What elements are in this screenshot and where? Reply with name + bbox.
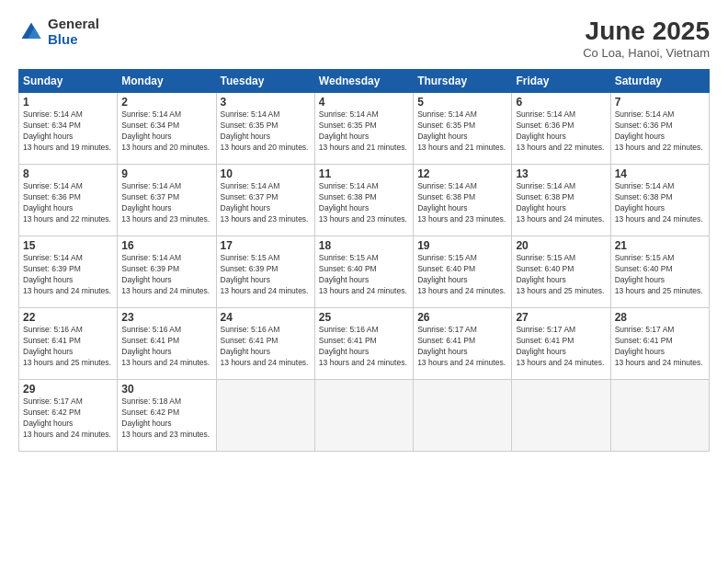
calendar-cell: 17Sunrise: 5:15 AMSunset: 6:39 PMDayligh… <box>216 236 314 308</box>
col-header-monday: Monday <box>118 70 216 93</box>
calendar-cell: 7Sunrise: 5:14 AMSunset: 6:36 PMDaylight… <box>610 93 709 165</box>
logo: General Blue <box>18 17 99 47</box>
page: General Blue June 2025 Co Loa, Hanoi, Vi… <box>0 0 728 563</box>
day-info: Sunrise: 5:14 AMSunset: 6:38 PMDaylight … <box>319 181 409 225</box>
day-info: Sunrise: 5:14 AMSunset: 6:38 PMDaylight … <box>516 181 606 225</box>
logo-icon <box>18 19 44 45</box>
day-info: Sunrise: 5:14 AMSunset: 6:35 PMDaylight … <box>221 109 311 154</box>
week-row-2: 8Sunrise: 5:14 AMSunset: 6:36 PMDaylight… <box>19 165 710 236</box>
day-number: 20 <box>516 239 606 252</box>
calendar-cell: 13Sunrise: 5:14 AMSunset: 6:38 PMDayligh… <box>512 165 610 236</box>
calendar-cell: 22Sunrise: 5:16 AMSunset: 6:41 PMDayligh… <box>19 308 118 380</box>
day-number: 17 <box>221 239 311 252</box>
day-info: Sunrise: 5:14 AMSunset: 6:34 PMDaylight … <box>23 109 113 154</box>
day-number: 30 <box>121 383 211 396</box>
day-number: 25 <box>319 311 409 324</box>
day-number: 13 <box>516 167 606 180</box>
calendar-cell: 16Sunrise: 5:14 AMSunset: 6:39 PMDayligh… <box>118 236 216 308</box>
day-number: 23 <box>121 311 211 324</box>
day-info: Sunrise: 5:15 AMSunset: 6:40 PMDaylight … <box>615 253 705 297</box>
day-number: 18 <box>319 239 409 252</box>
day-info: Sunrise: 5:16 AMSunset: 6:41 PMDaylight … <box>221 325 311 369</box>
day-info: Sunrise: 5:14 AMSunset: 6:37 PMDaylight … <box>221 181 311 225</box>
day-info: Sunrise: 5:18 AMSunset: 6:42 PMDaylight … <box>121 396 211 441</box>
day-number: 5 <box>417 96 507 109</box>
calendar-title: June 2025 <box>583 17 710 46</box>
day-number: 19 <box>417 239 507 252</box>
day-number: 6 <box>516 96 606 109</box>
calendar-cell: 23Sunrise: 5:16 AMSunset: 6:41 PMDayligh… <box>118 308 216 380</box>
day-info: Sunrise: 5:16 AMSunset: 6:41 PMDaylight … <box>23 325 113 369</box>
calendar-cell: 8Sunrise: 5:14 AMSunset: 6:36 PMDaylight… <box>19 165 118 236</box>
week-row-4: 22Sunrise: 5:16 AMSunset: 6:41 PMDayligh… <box>19 308 710 380</box>
calendar-cell <box>414 380 512 452</box>
day-info: Sunrise: 5:16 AMSunset: 6:41 PMDaylight … <box>319 325 409 369</box>
calendar-cell <box>314 380 413 452</box>
day-number: 3 <box>221 96 311 109</box>
day-number: 24 <box>221 311 311 324</box>
calendar-cell <box>512 380 610 452</box>
col-header-sunday: Sunday <box>19 70 118 93</box>
week-row-5: 29Sunrise: 5:17 AMSunset: 6:42 PMDayligh… <box>19 380 710 452</box>
day-info: Sunrise: 5:14 AMSunset: 6:36 PMDaylight … <box>23 181 113 225</box>
logo-general: General <box>48 17 99 32</box>
calendar-cell: 4Sunrise: 5:14 AMSunset: 6:35 PMDaylight… <box>314 93 413 165</box>
calendar-cell <box>216 380 314 452</box>
calendar-cell: 3Sunrise: 5:14 AMSunset: 6:35 PMDaylight… <box>216 93 314 165</box>
day-number: 4 <box>319 96 409 109</box>
calendar-cell: 6Sunrise: 5:14 AMSunset: 6:36 PMDaylight… <box>512 93 610 165</box>
day-info: Sunrise: 5:14 AMSunset: 6:35 PMDaylight … <box>417 109 507 154</box>
week-row-3: 15Sunrise: 5:14 AMSunset: 6:39 PMDayligh… <box>19 236 710 308</box>
day-info: Sunrise: 5:14 AMSunset: 6:36 PMDaylight … <box>615 109 705 154</box>
day-number: 29 <box>23 383 113 396</box>
col-header-thursday: Thursday <box>414 70 512 93</box>
day-number: 11 <box>319 167 409 180</box>
logo-blue: Blue <box>48 32 99 48</box>
calendar-cell: 19Sunrise: 5:15 AMSunset: 6:40 PMDayligh… <box>414 236 512 308</box>
calendar-cell: 10Sunrise: 5:14 AMSunset: 6:37 PMDayligh… <box>216 165 314 236</box>
week-row-1: 1Sunrise: 5:14 AMSunset: 6:34 PMDaylight… <box>19 93 710 165</box>
calendar-cell: 14Sunrise: 5:14 AMSunset: 6:38 PMDayligh… <box>610 165 709 236</box>
calendar-cell: 30Sunrise: 5:18 AMSunset: 6:42 PMDayligh… <box>118 380 216 452</box>
col-header-tuesday: Tuesday <box>216 70 314 93</box>
day-info: Sunrise: 5:14 AMSunset: 6:36 PMDaylight … <box>516 109 606 154</box>
calendar-cell: 15Sunrise: 5:14 AMSunset: 6:39 PMDayligh… <box>19 236 118 308</box>
day-number: 27 <box>516 311 606 324</box>
calendar-cell: 20Sunrise: 5:15 AMSunset: 6:40 PMDayligh… <box>512 236 610 308</box>
title-block: June 2025 Co Loa, Hanoi, Vietnam <box>583 17 710 60</box>
day-number: 21 <box>615 239 705 252</box>
day-number: 10 <box>221 167 311 180</box>
day-number: 1 <box>23 96 113 109</box>
day-number: 9 <box>121 167 211 180</box>
col-header-friday: Friday <box>512 70 610 93</box>
day-info: Sunrise: 5:17 AMSunset: 6:41 PMDaylight … <box>516 325 606 369</box>
day-info: Sunrise: 5:14 AMSunset: 6:38 PMDaylight … <box>417 181 507 225</box>
calendar-table: SundayMondayTuesdayWednesdayThursdayFrid… <box>18 69 710 452</box>
day-number: 14 <box>615 167 705 180</box>
day-info: Sunrise: 5:14 AMSunset: 6:34 PMDaylight … <box>121 109 211 154</box>
calendar-cell: 21Sunrise: 5:15 AMSunset: 6:40 PMDayligh… <box>610 236 709 308</box>
day-info: Sunrise: 5:15 AMSunset: 6:39 PMDaylight … <box>221 253 311 297</box>
calendar-cell: 26Sunrise: 5:17 AMSunset: 6:41 PMDayligh… <box>414 308 512 380</box>
col-header-wednesday: Wednesday <box>314 70 413 93</box>
calendar-cell: 28Sunrise: 5:17 AMSunset: 6:41 PMDayligh… <box>610 308 709 380</box>
day-info: Sunrise: 5:14 AMSunset: 6:37 PMDaylight … <box>121 181 211 225</box>
header-row: SundayMondayTuesdayWednesdayThursdayFrid… <box>19 70 710 93</box>
day-info: Sunrise: 5:15 AMSunset: 6:40 PMDaylight … <box>516 253 606 297</box>
day-info: Sunrise: 5:14 AMSunset: 6:38 PMDaylight … <box>615 181 705 225</box>
day-number: 16 <box>121 239 211 252</box>
calendar-cell: 11Sunrise: 5:14 AMSunset: 6:38 PMDayligh… <box>314 165 413 236</box>
day-info: Sunrise: 5:17 AMSunset: 6:41 PMDaylight … <box>417 325 507 369</box>
day-info: Sunrise: 5:17 AMSunset: 6:41 PMDaylight … <box>615 325 705 369</box>
calendar-cell: 18Sunrise: 5:15 AMSunset: 6:40 PMDayligh… <box>314 236 413 308</box>
calendar-cell: 24Sunrise: 5:16 AMSunset: 6:41 PMDayligh… <box>216 308 314 380</box>
header: General Blue June 2025 Co Loa, Hanoi, Vi… <box>18 17 710 60</box>
day-number: 12 <box>417 167 507 180</box>
calendar-cell: 9Sunrise: 5:14 AMSunset: 6:37 PMDaylight… <box>118 165 216 236</box>
logo-text: General Blue <box>48 17 99 47</box>
day-number: 15 <box>23 239 113 252</box>
day-info: Sunrise: 5:15 AMSunset: 6:40 PMDaylight … <box>417 253 507 297</box>
day-info: Sunrise: 5:16 AMSunset: 6:41 PMDaylight … <box>121 325 211 369</box>
calendar-cell: 1Sunrise: 5:14 AMSunset: 6:34 PMDaylight… <box>19 93 118 165</box>
day-info: Sunrise: 5:14 AMSunset: 6:39 PMDaylight … <box>121 253 211 297</box>
